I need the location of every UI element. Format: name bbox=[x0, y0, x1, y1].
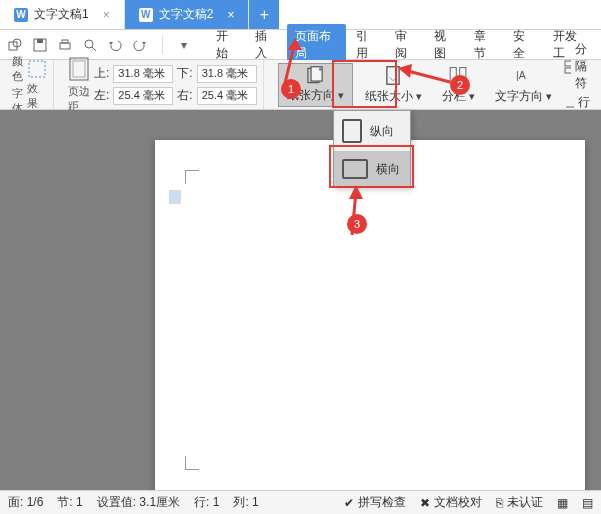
theme-color-button[interactable]: 颜色 字体 bbox=[12, 54, 23, 116]
document-canvas[interactable] bbox=[0, 110, 601, 490]
margin-bottom-input[interactable] bbox=[197, 65, 257, 83]
margin-top-input[interactable] bbox=[113, 65, 173, 83]
svg-rect-8 bbox=[29, 61, 45, 77]
orientation-dropdown: 纵向 横向 bbox=[333, 110, 411, 188]
svg-rect-10 bbox=[73, 61, 85, 77]
text-direction-button[interactable]: |A 文字方向 ▾ bbox=[487, 63, 560, 107]
page-margins-button[interactable]: 页边距 bbox=[68, 56, 90, 114]
view-mode-icon[interactable]: ▤ bbox=[582, 496, 593, 510]
status-section: 节: 1 bbox=[57, 494, 82, 511]
print-icon[interactable] bbox=[58, 37, 73, 53]
doc-icon bbox=[169, 190, 181, 204]
svg-point-13 bbox=[319, 67, 322, 70]
wps-icon: W bbox=[139, 8, 153, 22]
theme-effect-button[interactable]: 效果 bbox=[27, 59, 47, 111]
status-spellcheck[interactable]: ✔ 拼写检查 bbox=[344, 494, 406, 511]
margin-left-input[interactable] bbox=[113, 87, 173, 105]
svg-rect-3 bbox=[37, 39, 43, 43]
annotation-badge-1: 1 bbox=[281, 79, 301, 99]
preview-icon[interactable] bbox=[83, 37, 98, 53]
svg-rect-14 bbox=[387, 66, 399, 84]
status-proofing[interactable]: ✖ 文档校对 bbox=[420, 494, 482, 511]
close-icon[interactable]: × bbox=[103, 8, 110, 22]
save-icon[interactable] bbox=[33, 37, 48, 53]
view-mode-icon[interactable]: ▦ bbox=[557, 496, 568, 510]
status-page[interactable]: 面: 1/6 bbox=[8, 494, 43, 511]
orientation-landscape[interactable]: 横向 bbox=[334, 151, 410, 187]
tab-label: 文字文稿1 bbox=[34, 6, 89, 23]
status-setval: 设置值: 3.1厘米 bbox=[97, 494, 180, 511]
page[interactable] bbox=[155, 140, 585, 490]
svg-rect-19 bbox=[565, 68, 571, 73]
margin-values: 上: 左: bbox=[94, 65, 173, 105]
shapes-icon[interactable] bbox=[8, 37, 23, 53]
svg-rect-4 bbox=[60, 43, 70, 49]
portrait-icon bbox=[342, 119, 362, 143]
tab-doc1[interactable]: W 文字文稿1 × bbox=[0, 0, 125, 29]
svg-point-6 bbox=[85, 40, 93, 48]
redo-icon[interactable] bbox=[133, 37, 148, 53]
margin-right-input[interactable] bbox=[197, 87, 257, 105]
margin-values-2: 下: 右: bbox=[177, 65, 256, 105]
svg-text:|A: |A bbox=[516, 69, 526, 81]
margin-corner-icon bbox=[185, 170, 199, 184]
wps-icon: W bbox=[14, 8, 28, 22]
landscape-icon bbox=[342, 159, 368, 179]
svg-line-7 bbox=[92, 47, 96, 51]
undo-icon[interactable] bbox=[108, 37, 123, 53]
annotation-badge-3: 3 bbox=[347, 214, 367, 234]
dropdown-icon[interactable]: ▾ bbox=[177, 37, 192, 53]
page-break-button[interactable]: 分隔符 bbox=[564, 41, 594, 92]
status-bar: 面: 1/6 节: 1 设置值: 3.1厘米 行: 1 列: 1 ✔ 拼写检查 … bbox=[0, 490, 601, 514]
status-cert[interactable]: ⎘ 未认证 bbox=[496, 494, 543, 511]
margin-corner-icon bbox=[185, 456, 199, 470]
status-col: 列: 1 bbox=[233, 494, 258, 511]
quick-access-toolbar: ▾ 开始 插入 页面布局 引用 审阅 视图 章节 安全 开发工 bbox=[0, 30, 601, 60]
close-icon[interactable]: × bbox=[227, 8, 234, 22]
tab-label: 文字文稿2 bbox=[159, 6, 214, 23]
svg-rect-18 bbox=[565, 61, 571, 66]
status-row: 行: 1 bbox=[194, 494, 219, 511]
annotation-badge-2: 2 bbox=[450, 75, 470, 95]
svg-rect-5 bbox=[62, 40, 68, 43]
orientation-portrait[interactable]: 纵向 bbox=[334, 111, 410, 151]
paper-size-button[interactable]: 纸张大小 ▾ bbox=[357, 63, 430, 107]
